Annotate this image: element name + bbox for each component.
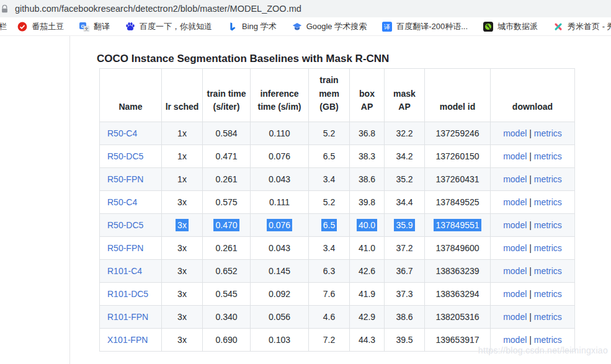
bookmark-item[interactable]: 城市数据派 <box>483 21 538 32</box>
bookmark-label: 秀米首页 - 秀米 XI... <box>568 21 611 32</box>
model-name-link[interactable]: R50-DC5 <box>107 151 143 161</box>
download-cell: model | metrics <box>491 283 575 306</box>
bookmark-label: 城市数据派 <box>497 21 538 32</box>
svg-text:译: 译 <box>383 24 390 30</box>
cell-mask_ap: 38.6 <box>385 306 425 329</box>
download-cell: model | metrics <box>491 237 575 260</box>
link-separator: | <box>527 128 533 138</box>
cell-box_ap: 36.8 <box>350 122 385 145</box>
model-name-link[interactable]: R101-C4 <box>107 266 142 276</box>
download-cell: model | metrics <box>491 260 575 283</box>
table-row: R50-FPN3x0.2610.0433.441.037.2137849600m… <box>100 237 575 260</box>
metrics-download-link[interactable]: metrics <box>534 151 562 161</box>
model-download-link[interactable]: model <box>503 266 527 276</box>
cell-inf_time: 0.111 <box>251 191 309 214</box>
cell-train_time: 0.470 <box>203 214 251 237</box>
link-separator: | <box>527 243 533 253</box>
model-download-link[interactable]: model <box>503 174 527 184</box>
metrics-download-link[interactable]: metrics <box>534 197 562 207</box>
name-cell: R50-FPN <box>100 168 162 191</box>
name-cell: R50-DC5 <box>100 145 162 168</box>
address-bar[interactable]: github.com/facebookresearch/detectron2/b… <box>0 0 611 17</box>
cell-inf_time: 0.076 <box>251 214 309 237</box>
city-data-icon <box>483 22 493 32</box>
bookmark-item[interactable]: G文翻译 <box>79 21 110 32</box>
metrics-download-link[interactable]: metrics <box>534 335 562 345</box>
download-cell: model | metrics <box>491 306 575 329</box>
column-header: mask AP <box>385 69 425 122</box>
model-name-link[interactable]: R101-FPN <box>107 312 148 322</box>
model-download-link[interactable]: model <box>503 220 527 230</box>
cell-inf_time: 0.092 <box>251 283 309 306</box>
model-name-link[interactable]: R50-C4 <box>107 197 137 207</box>
table-row: R50-FPN1x0.2610.0433.438.635.2137260431m… <box>100 168 575 191</box>
cell-mem: 7.6 <box>309 283 350 306</box>
baidu-paw-icon <box>125 22 135 32</box>
cell-lr: 3x <box>162 237 203 260</box>
bookmark-item[interactable]: 百度一下，你就知道 <box>125 21 212 32</box>
model-name-link[interactable]: R50-FPN <box>107 243 143 253</box>
cell-box_ap: 40.0 <box>350 214 385 237</box>
bookmark-label: 翻译 <box>94 21 110 32</box>
cell-lr: 3x <box>162 329 203 352</box>
metrics-download-link[interactable]: metrics <box>534 128 562 138</box>
model-download-link[interactable]: model <box>503 335 527 345</box>
cell-lr: 3x <box>162 191 203 214</box>
cell-train_time: 0.545 <box>203 283 251 306</box>
model-name-link[interactable]: R101-DC5 <box>107 289 148 299</box>
table-row: R50-C43x0.5750.1115.239.834.4137849525mo… <box>100 191 575 214</box>
bookmark-item[interactable]: 番茄土豆 <box>17 21 64 32</box>
cell-train_time: 0.584 <box>203 122 251 145</box>
cell-lr: 1x <box>162 122 203 145</box>
cell-train_time: 0.471 <box>203 145 251 168</box>
check-circle-icon <box>17 22 27 32</box>
cell-mask_ap: 37.2 <box>385 237 425 260</box>
model-download-link[interactable]: model <box>503 243 527 253</box>
cell-model_id: 137260431 <box>425 168 491 191</box>
model-name-link[interactable]: R50-DC5 <box>107 220 143 230</box>
cell-train_time: 0.340 <box>203 306 251 329</box>
metrics-download-link[interactable]: metrics <box>534 220 562 230</box>
metrics-download-link[interactable]: metrics <box>534 243 562 253</box>
cell-mask_ap: 37.3 <box>385 283 425 306</box>
bookmark-label: Bing 学术 <box>242 21 277 32</box>
cell-mem: 5.2 <box>309 122 350 145</box>
bookmark-item[interactable]: Bing 学术 <box>228 21 277 32</box>
model-name-link[interactable]: R50-C4 <box>107 128 137 138</box>
selected-text: 137849551 <box>434 219 481 231</box>
model-download-link[interactable]: model <box>503 151 527 161</box>
metrics-download-link[interactable]: metrics <box>534 266 562 276</box>
selected-text: 3x <box>176 219 189 231</box>
model-download-link[interactable]: model <box>503 128 527 138</box>
cell-box_ap: 38.6 <box>350 168 385 191</box>
metrics-download-link[interactable]: metrics <box>534 174 562 184</box>
bookmarks-bar: 栏 番茄土豆G文翻译百度一下，你就知道Bing 学术Google 学术搜索译百度… <box>0 17 611 36</box>
selected-text: 35.9 <box>394 219 414 231</box>
bookmark-items: 番茄土豆G文翻译百度一下，你就知道Bing 学术Google 学术搜索译百度翻译… <box>17 21 611 32</box>
column-header: download <box>491 69 575 122</box>
bookmark-item[interactable]: Google 学术搜索 <box>292 21 367 32</box>
bookmark-item[interactable]: 译百度翻译-200种语... <box>382 21 468 32</box>
column-header: inference time (s/im) <box>251 69 309 122</box>
model-download-link[interactable]: model <box>503 312 527 322</box>
model-name-link[interactable]: X101-FPN <box>107 335 148 345</box>
cell-train_time: 0.261 <box>203 168 251 191</box>
cell-mem: 6.5 <box>309 214 350 237</box>
metrics-download-link[interactable]: metrics <box>534 312 562 322</box>
table-row: R101-FPN3x0.3400.0564.642.938.6138205316… <box>100 306 575 329</box>
metrics-download-link[interactable]: metrics <box>534 289 562 299</box>
cell-lr: 3x <box>162 260 203 283</box>
download-cell: model | metrics <box>491 191 575 214</box>
cell-inf_time: 0.145 <box>251 260 309 283</box>
model-name-link[interactable]: R50-FPN <box>107 174 143 184</box>
download-cell: model | metrics <box>491 145 575 168</box>
link-separator: | <box>527 197 533 207</box>
cell-inf_time: 0.110 <box>251 122 309 145</box>
cell-train_time: 0.690 <box>203 329 251 352</box>
bookmark-item[interactable]: 秀米首页 - 秀米 XI... <box>553 21 611 32</box>
cell-box_ap: 44.3 <box>350 329 385 352</box>
url-text[interactable]: github.com/facebookresearch/detectron2/b… <box>15 4 301 14</box>
model-download-link[interactable]: model <box>503 289 527 299</box>
baselines-table: Namelr schedtrain time (s/iter)inference… <box>99 68 575 352</box>
model-download-link[interactable]: model <box>503 197 527 207</box>
